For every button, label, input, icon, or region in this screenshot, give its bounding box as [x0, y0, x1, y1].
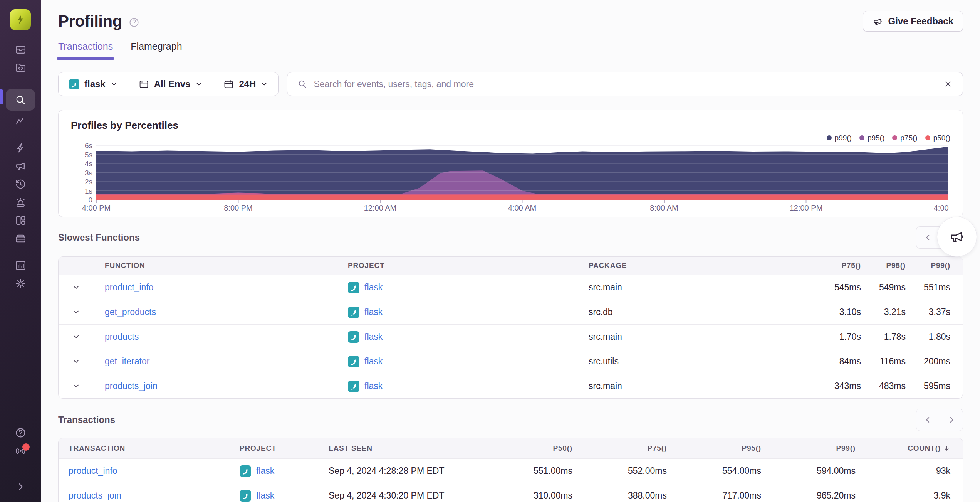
svg-text:0: 0: [88, 196, 92, 204]
releases-archive-icon: [15, 232, 27, 244]
table-row: products flask src.main 1.70s 1.78s 1.80…: [59, 324, 963, 349]
svg-text:2s: 2s: [85, 178, 92, 186]
p75-value: 343ms: [816, 374, 861, 398]
sidebar-item-replays-history[interactable]: [6, 175, 35, 193]
package-value: src.main: [589, 275, 816, 300]
svg-text:6s: 6s: [85, 143, 92, 150]
svg-text:4:00 PM: 4:00 PM: [934, 204, 951, 212]
row-expander[interactable]: [59, 349, 93, 374]
p75-value: 1.70s: [816, 325, 861, 349]
function-link[interactable]: products_join: [105, 381, 158, 391]
close-icon[interactable]: [943, 79, 953, 89]
transactions-table: TRANSACTION PROJECT LAST SEEN P50() P75(…: [58, 438, 963, 502]
legend-item-p99[interactable]: p99(): [827, 134, 852, 142]
legend-item-p75[interactable]: p75(): [892, 134, 917, 142]
row-expander[interactable]: [59, 374, 93, 398]
question-circle-icon[interactable]: [128, 17, 140, 28]
previous-page-button[interactable]: [916, 409, 940, 431]
row-expander[interactable]: [59, 325, 93, 349]
function-link[interactable]: products: [105, 332, 139, 342]
col-count-sort[interactable]: COUNT(): [856, 438, 950, 458]
sidebar-item-settings-gear[interactable]: [6, 275, 35, 293]
p99-value: 1.80s: [906, 325, 950, 349]
tab-transactions[interactable]: Transactions: [58, 41, 113, 59]
chevron-left-icon: [924, 233, 932, 242]
next-page-button[interactable]: [940, 409, 963, 431]
project-link[interactable]: flask: [364, 356, 383, 367]
project-link[interactable]: flask: [364, 282, 383, 293]
environment-filter[interactable]: All Envs: [128, 72, 213, 96]
project-link[interactable]: flask: [364, 381, 383, 391]
legend-item-p95[interactable]: p95(): [859, 134, 884, 142]
sidebar-item-stats-chart[interactable]: [6, 256, 35, 275]
megaphone-icon: [873, 16, 883, 27]
col-p99[interactable]: P99(): [761, 438, 856, 458]
project-link[interactable]: flask: [256, 466, 274, 476]
sidebar-item-whats-new-broadcast[interactable]: [6, 442, 35, 460]
sidebar-item-releases-archive[interactable]: [6, 229, 35, 248]
collapse-chevron-right-icon: [15, 481, 27, 493]
page-filter-bar: flask All Envs 24H: [58, 72, 279, 96]
sidebar-item-alerts-siren[interactable]: [6, 193, 35, 211]
sentry-logo[interactable]: [10, 9, 31, 30]
p95-value: 3.21s: [861, 300, 906, 324]
svg-text:8:00 AM: 8:00 AM: [650, 204, 678, 212]
search-input[interactable]: [314, 79, 937, 89]
project-filter[interactable]: flask: [59, 72, 128, 96]
p95-value: 549ms: [861, 275, 906, 300]
col-p99: P99(): [906, 257, 950, 275]
flask-project-icon: [348, 282, 359, 293]
sidebar-item-collapse-chevron-right[interactable]: [6, 478, 35, 496]
row-expander[interactable]: [59, 275, 93, 300]
sidebar-item-quickstart-lightning[interactable]: [6, 139, 35, 157]
function-link[interactable]: product_info: [105, 282, 154, 293]
flask-project-icon: [348, 356, 359, 367]
svg-text:12:00 PM: 12:00 PM: [790, 204, 823, 212]
function-link[interactable]: get_products: [105, 307, 156, 317]
project-link[interactable]: flask: [364, 307, 383, 317]
table-header: FUNCTION PROJECT PACKAGE P75() P95() P99…: [59, 257, 963, 275]
projects-icon: [15, 62, 27, 74]
profiles-chart-panel: Profiles by Percentiles p99()p95()p75()p…: [58, 110, 963, 217]
search-icon: [297, 79, 307, 89]
transaction-link[interactable]: product_info: [69, 466, 117, 476]
package-value: src.db: [589, 300, 816, 324]
date-range-filter[interactable]: 24H: [213, 72, 278, 96]
arrow-down-icon: [943, 445, 950, 452]
count-value: 3.9k: [856, 483, 950, 502]
sidebar-item-issues[interactable]: [6, 40, 35, 59]
sidebar-item-metrics[interactable]: [6, 112, 35, 130]
sidebar-item-feedback-megaphone[interactable]: [6, 157, 35, 175]
quickstart-lightning-icon: [15, 142, 27, 154]
give-feedback-button[interactable]: Give Feedback: [863, 11, 963, 32]
explore-search-icon: [15, 94, 27, 106]
feedback-widget-button[interactable]: [937, 217, 977, 257]
sidebar-item-dashboards-layout[interactable]: [6, 211, 35, 229]
chevron-down-icon: [72, 283, 80, 291]
chevron-down-icon: [72, 333, 80, 341]
project-link[interactable]: flask: [364, 332, 383, 342]
chevron-down-icon: [72, 308, 80, 316]
project-link[interactable]: flask: [256, 490, 274, 501]
p99-value: 551ms: [906, 275, 950, 300]
page-title: Profiling: [58, 12, 122, 30]
function-link[interactable]: get_iterator: [105, 356, 149, 367]
p50-value: 551.00ms: [478, 459, 572, 483]
tab-flamegraph[interactable]: Flamegraph: [131, 41, 182, 59]
sidebar-item-projects[interactable]: [6, 59, 35, 77]
package-value: src.utils: [589, 349, 816, 374]
sidebar-item-explore-search[interactable]: [6, 89, 35, 111]
col-p95: P95(): [667, 438, 761, 458]
last-seen-value: Sep 4, 2024 4:28:28 PM EDT: [329, 459, 478, 483]
chart-title: Profiles by Percentiles: [71, 120, 950, 131]
sidebar-item-help-question[interactable]: [6, 424, 35, 442]
legend-item-p50[interactable]: p50(): [925, 134, 950, 142]
replays-history-icon: [15, 178, 27, 190]
previous-page-button[interactable]: [916, 227, 940, 248]
transaction-link[interactable]: products_join: [69, 490, 121, 501]
svg-text:4:00 AM: 4:00 AM: [508, 204, 536, 212]
percentiles-area-chart[interactable]: 4:00 PM8:00 PM12:00 AM4:00 AM8:00 AM12:0…: [71, 143, 951, 213]
row-expander[interactable]: [59, 300, 93, 324]
p75-value: 545ms: [816, 275, 861, 300]
col-transaction: TRANSACTION: [59, 438, 240, 458]
